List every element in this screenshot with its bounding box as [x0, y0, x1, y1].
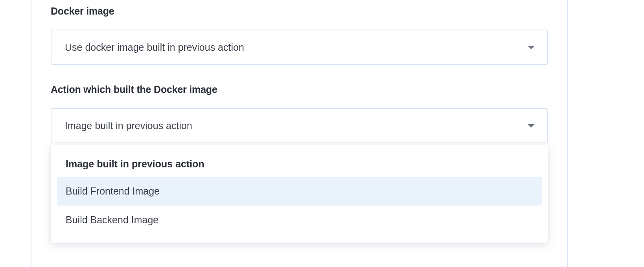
dropdown-option-build-backend[interactable]: Build Backend Image: [57, 206, 542, 234]
docker-image-select-value: Use docker image built in previous actio…: [65, 42, 244, 53]
settings-panel: Docker image Use docker image built in p…: [31, 0, 568, 267]
caret-down-icon: [528, 124, 535, 128]
caret-down-icon: [528, 46, 535, 49]
action-built-select-value: Image built in previous action: [65, 120, 192, 132]
dropdown-option-build-frontend[interactable]: Build Frontend Image: [57, 177, 542, 206]
docker-image-field: Docker image Use docker image built in p…: [51, 6, 548, 65]
action-built-label: Action which built the Docker image: [51, 84, 548, 95]
docker-image-select[interactable]: Use docker image built in previous actio…: [51, 30, 548, 65]
action-built-dropdown-panel: Image built in previous action Build Fro…: [51, 145, 548, 243]
action-built-select[interactable]: Image built in previous action: [51, 108, 548, 143]
action-built-dropdown-wrap: Image built in previous action Image bui…: [51, 108, 548, 143]
docker-image-label: Docker image: [51, 6, 548, 17]
action-built-field: Action which built the Docker image Imag…: [51, 84, 548, 143]
dropdown-group-label: Image built in previous action: [57, 153, 542, 177]
